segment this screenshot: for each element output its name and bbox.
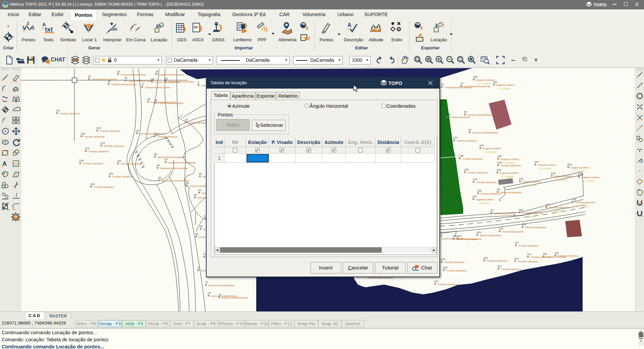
svg-text:31: 31 [124,77,127,80]
svg-text:153: 153 [567,163,572,166]
svg-text:Z: 0.00000: Z: 0.00000 [524,184,536,187]
svg-text:Trichilia cathartica: Trichilia cathartica [518,244,539,247]
svg-text:74: 74 [218,293,221,296]
svg-text:75: 75 [208,292,211,295]
svg-text:Schinus terebinthifolius: Schinus terebinthifolius [472,131,498,134]
svg-text:Schinus terebinthifolius: Schinus terebinthifolius [208,284,234,287]
svg-text:23: 23 [185,118,188,121]
svg-text:txt: txt [45,26,53,33]
svg-text:140: 140 [519,208,523,211]
svg-text:148: 148 [497,155,502,158]
svg-text:Schinus terebinthifolius: Schinus terebinthifolius [467,113,493,116]
svg-text:130: 130 [109,172,113,175]
svg-text:Senna bicapsularis: Senna bicapsularis [502,230,524,233]
svg-text:Eugenia uniflora: Eugenia uniflora [476,198,494,201]
svg-text:Trichilia cathartica: Trichilia cathartica [444,261,465,264]
svg-text:116: 116 [554,251,559,254]
svg-text:68: 68 [195,233,198,236]
svg-text:Trichilia cathartica: Trichilia cathartica [522,211,543,214]
svg-text:Z: 0.00000: Z: 0.00000 [477,202,489,205]
svg-text:Eugenia uniflora: Eugenia uniflora [496,84,515,87]
svg-text:90: 90 [464,110,467,113]
svg-text:Campomanesia phaea: Campomanesia phaea [158,102,183,105]
svg-text:Trichilia cathartica: Trichilia cathartica [120,162,141,165]
svg-text:Z: 0.00000: Z: 0.00000 [484,151,496,154]
svg-text:Eugenia uniflora: Eugenia uniflora [483,147,501,150]
svg-text:Campomanesia phaea: Campomanesia phaea [168,80,194,83]
svg-text:71: 71 [197,266,200,269]
svg-text:26: 26 [165,77,168,80]
svg-text:100: 100 [452,235,457,238]
svg-text:Z: 0.00000: Z: 0.00000 [577,205,589,208]
svg-text:A: A [347,22,352,28]
svg-text:6: 6 [198,81,199,84]
svg-text:147: 147 [534,160,539,163]
svg-text:135: 135 [464,168,469,171]
svg-text:152: 152 [472,195,477,198]
svg-text:137: 137 [453,136,458,139]
svg-text:118: 118 [483,256,488,259]
svg-text:Trichilia cathartica: Trichilia cathartica [104,145,124,148]
svg-text:25: 25 [147,98,150,101]
svg-text:117: 117 [515,241,519,244]
svg-text:Trichilia cathartica: Trichilia cathartica [94,186,114,189]
svg-text:Jacaranda mimosaefolia: Jacaranda mimosaefolia [157,156,185,159]
svg-text:105: 105 [522,223,526,226]
svg-text:Trichilia cathartica: Trichilia cathartica [83,162,103,165]
svg-text:29: 29 [155,70,158,73]
svg-text:93: 93 [497,188,500,191]
svg-text:Caesalpinia leiostachya: Caesalpinia leiostachya [464,85,491,88]
svg-text:45: 45 [158,176,161,179]
svg-text:133: 133 [477,189,482,192]
svg-text:Senna bicapsularis: Senna bicapsularis [494,212,515,215]
svg-text:69: 69 [200,225,203,228]
svg-text:1: 1 [22,25,24,30]
svg-text:Trichilia cathartica: Trichilia cathartica [437,283,458,286]
svg-text:Eugenia uniflora: Eugenia uniflora [538,163,556,166]
svg-text:Z: 0.00000: Z: 0.00000 [478,82,490,85]
svg-text:151: 151 [493,81,498,84]
svg-text:Trichilia cathartica: Trichilia cathartica [549,206,570,209]
svg-text:Campomanesia phaea: Campomanesia phaea [120,73,146,76]
svg-text:TOPO: TOPO [388,81,402,86]
svg-text:Trichilia cathartica: Trichilia cathartica [476,181,497,184]
svg-text:134: 134 [473,178,477,181]
svg-text:138: 138 [446,113,451,116]
svg-text:109: 109 [441,258,445,261]
svg-text:Campomanesia phaea: Campomanesia phaea [128,80,154,83]
svg-text:114: 114 [527,253,531,256]
svg-text:46: 46 [154,153,157,156]
svg-text:Trichilia cathartica: Trichilia cathartica [446,269,467,272]
svg-text:103: 103 [476,231,481,234]
svg-text:28: 28 [151,78,154,81]
svg-text:139: 139 [497,161,502,164]
svg-text:14: 14 [460,82,463,85]
svg-text:47: 47 [165,158,168,161]
svg-text:Senna bicapsularis: Senna bicapsularis [525,226,546,229]
svg-text:22: 22 [136,129,139,132]
svg-text:Eugenia uniflora: Eugenia uniflora [476,79,495,82]
svg-text:44: 44 [157,164,160,167]
svg-text:Campomanesia phaea: Campomanesia phaea [139,132,165,135]
svg-text:129: 129 [90,183,95,186]
svg-text:Eugenia uniflora: Eugenia uniflora [500,171,519,174]
svg-text:Trichilia cathartica: Trichilia cathartica [457,139,477,142]
svg-text:32: 32 [117,70,120,73]
svg-text:150: 150 [473,76,478,79]
svg-text:Trichilia cathartica: Trichilia cathartica [157,135,178,138]
svg-text:..: .. [416,265,417,267]
svg-text:149: 149 [479,144,484,147]
svg-text:Schinus terebinthifolius: Schinus terebinthifolius [222,296,248,299]
svg-text:Campomanesia phaea: Campomanesia phaea [91,78,117,81]
svg-text:Jacaranda mimosaefolia: Jacaranda mimosaefolia [168,161,196,164]
svg-text:146: 146 [578,173,583,176]
svg-text:52: 52 [198,189,201,192]
svg-text:142: 142 [572,198,576,201]
svg-text:Trichilia cathartica: Trichilia cathartica [487,259,507,262]
svg-text:Z: 0.00000: Z: 0.00000 [583,180,595,183]
svg-text:Jacaranda mimosaefolia: Jacaranda mimosaefolia [161,179,189,182]
svg-text:108: 108 [443,266,447,269]
svg-text:Senna bicapsularis: Senna bicapsularis [456,238,477,241]
svg-text:33: 33 [88,75,91,78]
svg-text:Trichilia cathartica: Trichilia cathartica [84,135,105,138]
